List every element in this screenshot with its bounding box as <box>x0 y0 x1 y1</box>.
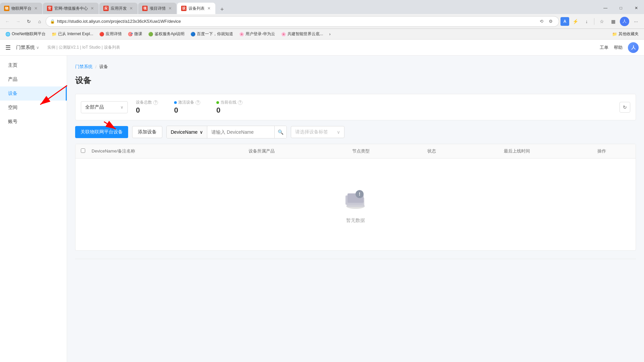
search-field-select[interactable]: DeviceName ∨ <box>167 126 207 138</box>
stat-online-info-icon[interactable]: ? <box>238 100 243 105</box>
sidebar-home-label: 主页 <box>8 62 17 68</box>
tab-3-close[interactable]: ✕ <box>129 6 133 11</box>
add-device-button[interactable]: 添加设备 <box>132 126 162 138</box>
sidebar-item-space[interactable]: 空间 <box>0 101 67 115</box>
toolbar-button[interactable]: 工单 <box>600 45 608 51</box>
minimize-button[interactable]: — <box>598 2 613 14</box>
forward-button[interactable]: → <box>13 17 23 26</box>
tab-3[interactable]: 应 应用开发 ✕ <box>99 3 138 14</box>
help-button[interactable]: 帮助 <box>614 45 623 51</box>
address-box[interactable]: 🔒 https://studio.iot.aliyun.com/project/… <box>46 16 559 27</box>
refresh-button[interactable]: ↻ <box>24 17 34 26</box>
search-button[interactable]: 🔍 <box>274 126 286 138</box>
product-filter-select[interactable]: 全部产品 ∨ <box>81 101 128 113</box>
bookmark-mooc[interactable]: 🎯 微课 <box>125 31 145 38</box>
refresh-button[interactable]: ↻ <box>620 102 630 113</box>
sidebar-item-device[interactable]: 设备 <box>0 86 67 101</box>
address-bar-row: ← → ↻ ⌂ 🔒 https://studio.iot.aliyun.com/… <box>0 14 644 29</box>
app-header: ☰ 门禁系统 ∨ 实例 | 公测版V2.1 | IoT Studio | 设备列… <box>0 40 644 56</box>
tab-4[interactable]: 项 项目详情 ✕ <box>138 3 176 14</box>
back-button[interactable]: ← <box>3 17 12 26</box>
system-name[interactable]: 门禁系统 <box>16 45 35 51</box>
hamburger-icon[interactable]: ☰ <box>5 44 11 51</box>
bookmark-ie[interactable]: 📁 已从 Internet Expl... <box>49 31 96 38</box>
translate-icon[interactable]: ⟲ <box>537 17 545 25</box>
tab-2-title: 官网-增值服务中心 <box>54 6 88 11</box>
tab-1[interactable]: 物 物联网平台 ✕ <box>0 3 42 14</box>
downloads-icon[interactable]: ↓ <box>581 16 592 27</box>
bookmark-cloud[interactable]: 🌸 共建智能世界云底... <box>278 31 326 38</box>
address-url: https://studio.iot.aliyun.com/project/a1… <box>57 19 535 24</box>
settings-icon[interactable]: ⚙ <box>547 17 555 25</box>
bookmark-appdetail[interactable]: 🔴 应用详情 <box>97 31 124 38</box>
tag-select[interactable]: 请选择设备标签 ∨ <box>291 126 344 138</box>
new-tab-button[interactable]: + <box>217 5 227 14</box>
breadcrumb-parent[interactable]: 门禁系统 <box>75 64 93 70</box>
more-button[interactable]: ··· <box>631 16 641 27</box>
bookmark-huawei-label: 用户登录-华为云 <box>246 31 275 37</box>
address-icons: ⟲ ⚙ <box>537 17 555 25</box>
col-header-time: 最后上线时间 <box>460 148 574 154</box>
bookmark-baidu[interactable]: 🔵 百度一下，你就知道 <box>188 31 236 38</box>
bookmark-huawei[interactable]: 🌸 用户登录-华为云 <box>236 31 278 38</box>
stat-active-value: 0 <box>174 106 200 115</box>
stat-active-dot <box>174 101 177 104</box>
app-body: 主页 产品 设备 空间 账号 门禁系统 <box>0 56 644 362</box>
empty-state: ! 暂无数据 <box>75 159 636 250</box>
link-device-button[interactable]: 关联物联网平台设备 <box>75 126 128 138</box>
sidebar-item-account[interactable]: 账号 <box>0 115 67 129</box>
sidebar-item-product[interactable]: 产品 <box>0 72 67 86</box>
tag-arrow: ∨ <box>337 129 340 135</box>
user-avatar[interactable]: 人 <box>628 42 639 53</box>
tab-2-close[interactable]: ✕ <box>90 6 95 11</box>
tab-4-title: 项目详情 <box>150 6 166 11</box>
tab-1-close[interactable]: ✕ <box>34 6 38 11</box>
bookmark-others[interactable]: 📁 其他收藏夹 <box>609 31 641 38</box>
breadcrumb: 门禁系统 / 设备 <box>75 64 636 70</box>
tab-4-close[interactable]: ✕ <box>168 6 172 11</box>
home-button[interactable]: ⌂ <box>35 17 44 26</box>
search-input[interactable] <box>207 126 274 138</box>
sidebar-item-home[interactable]: 主页 <box>0 58 67 72</box>
bookmark-onenet[interactable]: 🌐 OneNet物联网平台 <box>3 31 48 38</box>
tab-1-title: 物联网平台 <box>11 6 32 11</box>
extensions-icon[interactable]: ⚡ <box>570 16 581 27</box>
collections-icon[interactable]: ▦ <box>608 16 619 27</box>
empty-state-icon: ! <box>342 185 369 212</box>
tab-5-title: 设备列表 <box>189 6 205 11</box>
bookmark-auth-icon: 🟢 <box>148 32 153 37</box>
bookmark-huawei-icon: 🌸 <box>239 32 244 37</box>
header-right: 工单 帮助 人 <box>600 42 639 53</box>
tab-5[interactable]: 设 设备列表 ✕ <box>177 3 215 14</box>
empty-state-text: 暂无数据 <box>346 218 365 224</box>
stat-total-info-icon[interactable]: ? <box>153 100 158 105</box>
select-all-checkbox[interactable] <box>81 148 85 153</box>
search-field-arrow: ∨ <box>200 129 203 135</box>
tab-5-close[interactable]: ✕ <box>207 6 211 11</box>
bookmark-baidu-label: 百度一下，你就知道 <box>197 31 233 37</box>
bookmark-chevron[interactable]: › <box>326 31 333 37</box>
sidebar: 主页 产品 设备 空间 账号 <box>0 56 67 362</box>
stat-active: 激活设备 ? 0 <box>174 100 200 115</box>
close-button[interactable]: ✕ <box>629 2 644 14</box>
profile-icon[interactable]: 人 <box>619 16 630 27</box>
stats-row: 设备总数 ? 0 激活设备 ? <box>136 100 243 115</box>
translate-browser-icon[interactable]: A <box>560 17 569 26</box>
bookmark-cloud-label: 共建智能世界云底... <box>287 31 323 37</box>
bookmark-baidu-icon: 🔵 <box>191 32 196 37</box>
bookmark-auth[interactable]: 🟢 鉴权服务Api说明 <box>146 31 187 38</box>
bookmark-appdetail-icon: 🔴 <box>99 32 104 37</box>
col-header-product: 设备所属产品 <box>205 148 318 154</box>
tab-2[interactable]: 官 官网-增值服务中心 ✕ <box>43 3 99 14</box>
maximize-button[interactable]: □ <box>613 2 629 14</box>
col-header-status: 状态 <box>404 148 460 154</box>
favorites-icon[interactable]: ☆ <box>596 16 607 27</box>
system-dropdown-arrow[interactable]: ∨ <box>36 45 39 50</box>
breadcrumb-separator: / <box>95 64 97 69</box>
app-container: ☰ 门禁系统 ∨ 实例 | 公测版V2.1 | IoT Studio | 设备列… <box>0 40 644 362</box>
table-header-checkbox[interactable] <box>81 148 88 154</box>
stat-active-info-icon[interactable]: ? <box>196 100 200 105</box>
product-filter-arrow: ∨ <box>120 105 123 110</box>
page-title: 设备 <box>75 75 636 86</box>
tab-5-favicon: 设 <box>181 6 186 11</box>
